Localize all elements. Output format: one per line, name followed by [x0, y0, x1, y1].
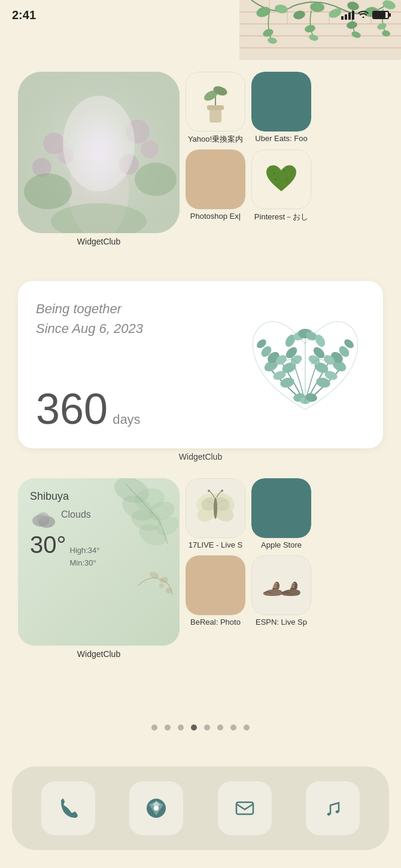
- apps-row-2: Photoshop Ex|: [186, 149, 395, 222]
- section-2: Shibuya Clouds 30° High:34° Min:30°: [18, 478, 395, 659]
- together-widget-right: [245, 299, 365, 430]
- weather-city: Shibuya: [30, 490, 168, 503]
- section2-row2: BeReal: Photo: [186, 555, 395, 626]
- dock-music[interactable]: [306, 781, 360, 835]
- yahoo-label: Yahoo!乗換案内: [186, 134, 245, 145]
- espn-app[interactable]: ESPN: Live Sp: [251, 555, 311, 626]
- dock: [12, 766, 389, 850]
- svg-point-46: [278, 170, 280, 172]
- svg-rect-108: [236, 802, 253, 814]
- weather-widget[interactable]: Shibuya Clouds 30° High:34° Min:30°: [18, 478, 180, 646]
- ubereats-label: Uber Eats: Foo: [251, 134, 311, 143]
- apps-section-1: WidgetClub: [18, 72, 395, 246]
- photoshop-app[interactable]: Photoshop Ex|: [186, 149, 245, 222]
- pinterest-label: Pinterest－おし: [251, 212, 311, 222]
- live17-label: 17LIVE - Live S: [186, 540, 245, 549]
- svg-point-48: [288, 174, 290, 176]
- dot-3[interactable]: [178, 725, 184, 731]
- bereal-label: BeReal: Photo: [186, 618, 245, 626]
- mail-icon: [233, 796, 257, 820]
- dot-2[interactable]: [165, 725, 171, 731]
- dot-5[interactable]: [204, 725, 210, 731]
- dock-maps[interactable]: [129, 781, 183, 835]
- svg-point-39: [63, 96, 135, 191]
- dot-7[interactable]: [230, 725, 236, 731]
- svg-point-104: [208, 490, 210, 492]
- weather-temp-row: 30° High:34° Min:30°: [30, 531, 168, 570]
- phone-icon: [56, 796, 80, 820]
- dot-8[interactable]: [244, 725, 250, 731]
- dot-6[interactable]: [217, 725, 223, 731]
- weather-temp-range: High:34° Min:30°: [70, 545, 100, 570]
- espn-label: ESPN: Live Sp: [251, 618, 311, 626]
- days-label: days: [113, 412, 140, 427]
- weather-section: Shibuya Clouds 30° High:34° Min:30°: [18, 478, 180, 659]
- ubereats-app[interactable]: Uber Eats: Foo: [251, 72, 311, 145]
- bereal-app[interactable]: BeReal: Photo: [186, 555, 245, 626]
- svg-rect-41: [207, 105, 224, 110]
- together-widget-left: Being together Since Aug 6, 2023 360 day…: [36, 299, 245, 430]
- cloud-icon: [30, 509, 56, 528]
- dock-mail[interactable]: [218, 781, 272, 835]
- apps-row-1: Yahoo!乗換案内 Uber Eats: Foo: [186, 72, 395, 145]
- svg-point-105: [221, 490, 223, 492]
- svg-point-52: [278, 184, 280, 185]
- dock-phone[interactable]: [41, 781, 95, 835]
- status-bar: 2:41: [0, 0, 401, 30]
- days-number: 360: [36, 387, 108, 430]
- together-widget[interactable]: Being together Since Aug 6, 2023 360 day…: [18, 281, 383, 448]
- right-apps-section: 17LIVE - Live S Apple Store BeReal: Phot…: [186, 478, 395, 659]
- svg-point-47: [283, 169, 285, 172]
- right-apps-grid: Yahoo!乗換案内 Uber Eats: Foo Photoshop Ex|: [186, 72, 395, 222]
- pinterest-app[interactable]: Pinterest－おし: [251, 149, 311, 222]
- battery-icon: [372, 11, 389, 19]
- svg-point-50: [281, 178, 282, 179]
- weather-temp: 30°: [30, 531, 66, 558]
- photoshop-label: Photoshop Ex|: [186, 212, 245, 221]
- svg-point-53: [283, 183, 285, 185]
- svg-point-96: [37, 512, 49, 522]
- svg-point-36: [24, 173, 72, 209]
- svg-point-45: [273, 172, 275, 175]
- svg-point-49: [274, 178, 277, 181]
- dot-1[interactable]: [151, 725, 157, 731]
- music-icon: [321, 796, 345, 820]
- widgetclub-app-icon[interactable]: [18, 72, 180, 233]
- section2-row1: 17LIVE - Live S Apple Store: [186, 478, 395, 549]
- status-time: 2:41: [12, 8, 36, 22]
- weather-condition: Clouds: [61, 509, 91, 520]
- dot-4-active[interactable]: [191, 725, 197, 731]
- svg-point-37: [135, 163, 177, 196]
- weather-content: Shibuya Clouds 30° High:34° Min:30°: [18, 478, 180, 646]
- yahoo-app[interactable]: Yahoo!乗換案内: [186, 72, 245, 145]
- applestore-label: Apple Store: [251, 540, 311, 549]
- status-icons: [341, 10, 389, 20]
- widgetclub-label-1: WidgetClub: [77, 237, 120, 246]
- wifi-icon: [358, 10, 369, 20]
- together-title: Being together Since Aug 6, 2023: [36, 299, 245, 338]
- svg-point-34: [141, 140, 159, 158]
- weather-widget-label: WidgetClub: [18, 649, 180, 659]
- svg-point-35: [119, 154, 139, 175]
- live17-app[interactable]: 17LIVE - Live S: [186, 478, 245, 549]
- svg-point-51: [286, 178, 288, 181]
- maps-icon: [144, 796, 168, 820]
- svg-point-103: [214, 497, 217, 519]
- section2-apps-grid: 17LIVE - Live S Apple Store BeReal: Phot…: [186, 478, 395, 626]
- page-dots: [0, 725, 401, 731]
- together-days: 360 days: [36, 387, 245, 430]
- applestore-app[interactable]: Apple Store: [251, 478, 311, 549]
- together-widget-label: WidgetClub: [0, 452, 401, 461]
- signal-icon: [341, 10, 354, 20]
